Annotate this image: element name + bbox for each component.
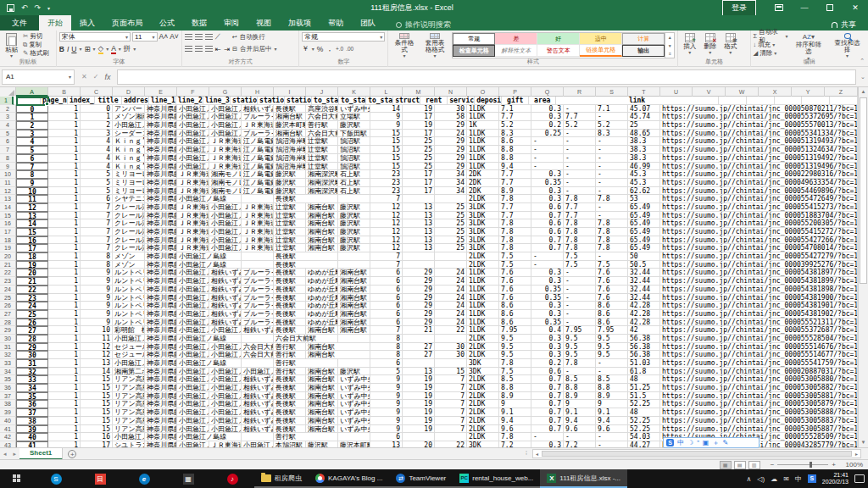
cell[interactable]: https://suumo.jp//chintai/jnc_0000513194…: [660, 137, 858, 146]
collapse-ribbon-icon[interactable]: ⌃: [860, 58, 865, 64]
cell[interactable]: https://suumo.jp//chintai/jnc_0000399252…: [660, 261, 858, 269]
cell[interactable]: 神奈川県藤: [145, 294, 177, 302]
cell[interactable]: ルントペリ: [113, 277, 145, 286]
cell[interactable]: 小田急江ノ: [209, 417, 242, 425]
cell[interactable]: 41: [16, 441, 48, 447]
redo-icon[interactable]: ↷: [35, 3, 42, 12]
cell[interactable]: 7: [435, 425, 467, 434]
cell[interactable]: 25: [403, 154, 435, 163]
cell[interactable]: ＪＲ東海道: [242, 203, 274, 212]
cell[interactable]: 0.3: [531, 441, 564, 447]
cell[interactable]: シユトラス: [113, 441, 145, 447]
cell[interactable]: 神奈川県藤: [145, 368, 177, 376]
ime-mode-indicator[interactable]: 中: [677, 438, 684, 447]
cell[interactable]: 1: [48, 400, 81, 408]
cell[interactable]: 23: [370, 179, 403, 187]
cell[interactable]: 9: [16, 179, 48, 187]
cell[interactable]: https://suumo.jp//chintai/jnc_0000554272…: [660, 236, 858, 245]
cell[interactable]: 7.8: [499, 195, 531, 203]
cell[interactable]: https://suumo.jp//chintai/jnc_0000543818…: [660, 286, 858, 294]
cell[interactable]: [242, 433, 274, 441]
cell[interactable]: 7.6: [596, 286, 628, 294]
cell[interactable]: 相鉄いずみ: [209, 294, 242, 302]
cell[interactable]: https://suumo.jp//chintai/jnc_0000555700…: [660, 121, 858, 130]
cell[interactable]: 3: [16, 130, 48, 138]
cell[interactable]: 1: [48, 417, 81, 425]
percent-style-icon[interactable]: %: [317, 45, 324, 53]
cell[interactable]: 小田急江ノ: [209, 375, 242, 384]
cell[interactable]: ＪＲ東海道: [209, 137, 242, 146]
cell[interactable]: 25: [403, 163, 435, 171]
cell[interactable]: 2LDK: [467, 351, 499, 359]
cell[interactable]: 湘南モノレ: [209, 170, 242, 179]
accounting-format-icon[interactable]: ￥: [302, 44, 309, 54]
cell[interactable]: リアン高座: [113, 417, 145, 425]
cell[interactable]: 1: [48, 146, 81, 154]
cell[interactable]: 38.3: [628, 137, 660, 146]
cell[interactable]: https://suumo.jp//chintai/jnc_0000530058…: [660, 375, 858, 384]
row-header-35[interactable]: 35: [0, 375, 16, 384]
cell[interactable]: 長後駅: [274, 195, 306, 203]
cell[interactable]: 六会日大前: [306, 113, 338, 121]
paste-button[interactable]: 粘贴▾: [3, 32, 20, 58]
cell[interactable]: 3DK: [467, 368, 499, 376]
cell[interactable]: -: [531, 433, 564, 441]
cell[interactable]: 15: [370, 137, 403, 146]
row-header-21[interactable]: 21: [0, 261, 16, 269]
cell[interactable]: 19: [16, 261, 48, 269]
cell[interactable]: いずみ中央: [338, 417, 370, 425]
cell[interactable]: 8.9: [499, 187, 531, 196]
cell[interactable]: 9: [499, 400, 531, 408]
cell[interactable]: 9: [81, 286, 113, 294]
cell[interactable]: 0.7: [531, 384, 564, 392]
toolbox-icon[interactable]: ✎: [722, 438, 728, 447]
cell[interactable]: 長後駅: [274, 417, 306, 425]
style-warning[interactable]: 警告文本: [537, 45, 580, 57]
tab-review[interactable]: 审阅: [215, 15, 248, 30]
cell[interactable]: ゆめが丘駅: [306, 294, 338, 302]
cell[interactable]: 小田急江ノ: [177, 163, 209, 171]
cell[interactable]: 7.6: [499, 286, 531, 294]
cell[interactable]: [435, 252, 467, 261]
cell[interactable]: 7.8: [596, 236, 628, 245]
cell[interactable]: 5.2: [564, 121, 596, 130]
cell[interactable]: 小田急江ノ: [177, 425, 209, 434]
delete-cells-button[interactable]: 删除▾: [701, 32, 719, 58]
cell[interactable]: https://suumo.jp//chintai/jnc_0000513194…: [660, 163, 858, 171]
cell[interactable]: 神奈川県藤: [145, 137, 177, 146]
cell[interactable]: 6: [370, 359, 403, 368]
cell[interactable]: 小田急江ノ: [177, 137, 209, 146]
cell[interactable]: 石上駅: [338, 170, 370, 179]
cell[interactable]: 24: [435, 302, 467, 310]
cell[interactable]: 8.8: [564, 384, 596, 392]
cell[interactable]: -: [596, 146, 628, 154]
cell[interactable]: ブルーライ: [242, 113, 274, 121]
cell[interactable]: 湘南台駅: [306, 326, 338, 335]
cell[interactable]: 9: [81, 277, 113, 286]
cell[interactable]: -: [531, 154, 564, 163]
column-header-E[interactable]: E: [145, 87, 177, 97]
page-break-view-icon[interactable]: ▥: [748, 461, 760, 469]
cell[interactable]: 2LDK: [467, 417, 499, 425]
cell[interactable]: 高座渋谷駅: [306, 105, 338, 114]
cell[interactable]: 7: [435, 417, 467, 425]
cell[interactable]: 2LDK: [467, 392, 499, 401]
cell[interactable]: 8.5: [499, 375, 531, 384]
cell[interactable]: ゆめが丘駅: [306, 302, 338, 310]
cell[interactable]: 6: [370, 319, 403, 327]
cell[interactable]: 7: [370, 261, 403, 269]
cell[interactable]: [802, 97, 830, 105]
cell[interactable]: リアン高座: [113, 384, 145, 392]
cell[interactable]: -: [564, 154, 596, 163]
tab-insert[interactable]: 插入: [71, 15, 103, 30]
cell[interactable]: メゾン湘南: [113, 113, 145, 121]
cell[interactable]: 相鉄いずみ: [242, 400, 274, 408]
cell[interactable]: Ｋｉｎｇ’: [113, 163, 145, 171]
cell[interactable]: 7: [370, 326, 403, 335]
cell[interactable]: 0.7: [531, 417, 564, 425]
cell[interactable]: 0.2: [531, 121, 564, 130]
cell[interactable]: 1LDK: [467, 146, 499, 154]
cell[interactable]: 長後駅: [274, 302, 306, 310]
style-calculation[interactable]: 计算: [622, 33, 665, 45]
cell[interactable]: 藤沢駅: [338, 219, 370, 228]
